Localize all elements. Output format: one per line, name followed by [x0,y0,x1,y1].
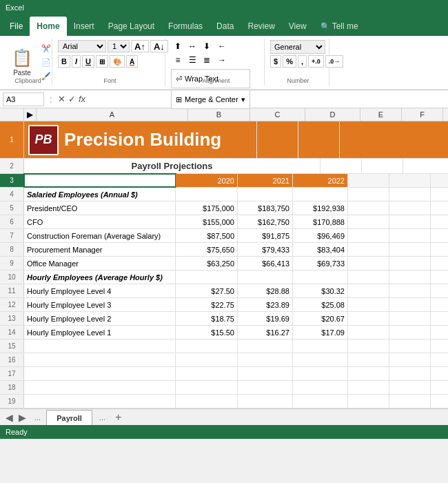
cell-7-a[interactable]: Construction Foreman (Average Salary) [24,229,176,242]
tab-home[interactable]: Home [30,17,66,36]
tab-file[interactable]: File [3,17,30,36]
cell-14-f[interactable] [389,326,431,339]
cell-4-a[interactable]: Salaried Employees (Annual $) [24,188,176,201]
cell-10-c[interactable] [238,270,293,284]
tab-tell-me[interactable]: 🔍 Tell me [314,17,365,36]
cell-1-e[interactable] [257,121,298,158]
cell-6-f[interactable] [389,215,431,228]
cell-3-a[interactable] [24,174,176,187]
cell-12-c[interactable]: $23.89 [238,298,293,311]
copy-button[interactable]: 📄 [39,56,54,68]
tab-view[interactable]: View [282,17,314,36]
col-header-f[interactable]: F [402,108,443,121]
decimal-dec-button[interactable]: .0→ [325,55,344,68]
cell-13-f[interactable] [389,312,431,325]
cell-6-a[interactable]: CFO [24,215,176,228]
cell-1-a[interactable]: PB Precision Building [24,121,257,158]
align-left-button[interactable]: ≡ [171,54,185,66]
cell-11-c[interactable]: $28.88 [238,284,293,297]
cell-8-f[interactable] [389,243,431,256]
bold-button[interactable]: B [58,55,70,68]
border-button[interactable]: ⊞ [96,55,108,68]
align-middle-button[interactable]: ↔ [185,40,199,52]
tab-page-layout[interactable]: Page Layout [101,17,161,36]
cell-5-b[interactable]: $175,000 [176,201,238,215]
tab-formulas[interactable]: Formulas [161,17,210,36]
cell-2-e[interactable] [320,159,362,173]
cell-10-d[interactable] [293,270,348,284]
italic-button[interactable]: I [72,55,81,68]
cell-9-b[interactable]: $63,250 [176,257,238,270]
paste-button[interactable]: 📋 Paste [7,44,37,80]
formula-input[interactable] [88,95,445,103]
cell-9-d[interactable]: $69,733 [293,257,348,270]
cell-8-a[interactable]: Procurement Manager [24,243,176,256]
cell-8-e[interactable] [348,243,389,256]
cell-10-e[interactable] [348,270,389,284]
cell-7-d[interactable]: $96,469 [293,229,348,242]
indent-increase-button[interactable]: → [216,54,227,66]
cell-1-f[interactable] [298,121,340,158]
align-center-button[interactable]: ☰ [185,54,199,66]
col-header-a[interactable]: A [37,108,188,121]
cell-3-b[interactable]: 2020 [176,174,238,187]
col-header-e[interactable]: E [360,108,402,121]
cell-10-f[interactable] [389,270,431,284]
underline-button[interactable]: U [82,55,94,68]
cell-3-f[interactable] [389,174,431,187]
cell-4-c[interactable] [238,188,293,201]
comma-button[interactable]: , [298,55,307,68]
tab-review[interactable]: Review [241,17,281,36]
dollar-button[interactable]: $ [270,55,281,68]
cell-6-b[interactable]: $155,000 [176,215,238,228]
cell-13-e[interactable] [348,312,389,325]
percent-button[interactable]: % [283,55,296,68]
cell-9-e[interactable] [348,257,389,270]
cell-8-b[interactable]: $75,650 [176,243,238,256]
confirm-formula-icon[interactable]: ✓ [68,94,76,104]
cell-11-d[interactable]: $30.32 [293,284,348,297]
cell-8-d[interactable]: $83,404 [293,243,348,256]
cell-13-d[interactable]: $20.67 [293,312,348,325]
cell-4-e[interactable] [348,188,389,201]
fill-color-button[interactable]: 🎨 [110,55,125,68]
cell-11-b[interactable]: $27.50 [176,284,238,297]
cell-11-a[interactable]: Hourly Employee Level 4 [24,284,176,297]
cell-5-a[interactable]: President/CEO [24,201,176,215]
number-format-select[interactable]: General [270,40,325,54]
cell-9-f[interactable] [389,257,431,270]
cell-12-f[interactable] [389,298,431,311]
sheet-tab-payroll[interactable]: Payroll [46,410,92,425]
cell-11-e[interactable] [348,284,389,297]
cell-7-b[interactable]: $87,500 [176,229,238,242]
cell-12-a[interactable]: Hourly Employee Level 3 [24,298,176,311]
cell-2-a[interactable]: Payroll Projections [24,159,320,173]
cell-12-b[interactable]: $22.75 [176,298,238,311]
cell-5-c[interactable]: $183,750 [238,201,293,215]
cell-13-b[interactable]: $18.75 [176,312,238,325]
cell-2-f[interactable] [362,159,403,173]
cell-10-b[interactable] [176,270,238,284]
tab-data[interactable]: Data [210,17,241,36]
cell-3-e[interactable] [348,174,389,187]
tab-dots-right[interactable]: ... [94,410,111,425]
font-shrink-button[interactable]: A↓ [150,40,168,52]
cell-6-e[interactable] [348,215,389,228]
font-grow-button[interactable]: A↑ [131,40,149,52]
cell-7-f[interactable] [389,229,431,242]
merge-center-button[interactable]: ⊞ Merge & Center ▾ [171,90,250,109]
cell-6-c[interactable]: $162,750 [238,215,293,228]
cell-4-d[interactable] [293,188,348,201]
cell-12-d[interactable]: $25.08 [293,298,348,311]
font-size-select[interactable]: 10 [108,40,130,52]
cell-8-c[interactable]: $79,433 [238,243,293,256]
cell-13-a[interactable]: Hourly Employee Level 2 [24,312,176,325]
align-top-button[interactable]: ⬆ [171,40,185,52]
cell-5-e[interactable] [348,201,389,215]
cell-5-f[interactable] [389,201,431,215]
cell-4-b[interactable] [176,188,238,201]
font-name-select[interactable]: Arial [58,40,106,52]
cell-12-e[interactable] [348,298,389,311]
cut-button[interactable]: ✂️ [39,42,54,55]
cell-14-b[interactable]: $15.50 [176,326,238,339]
